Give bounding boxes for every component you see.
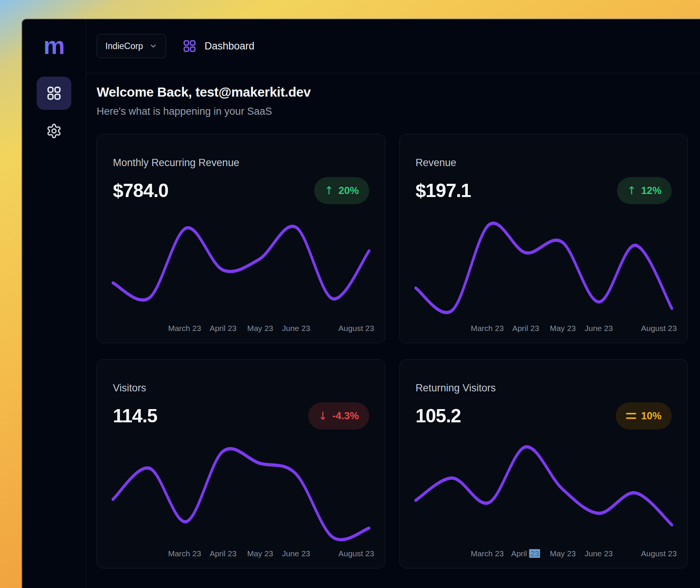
- trend-value: -4.3%: [332, 410, 359, 422]
- x-axis-labels: March 23April 23May 23June 23August 23: [113, 549, 369, 559]
- trend-badge: ↓-4.3%: [308, 402, 369, 429]
- main-area: IndieCorp Dashboard Welcome Back, test@m…: [86, 19, 700, 588]
- trend-value: 20%: [338, 185, 359, 197]
- x-axis-tick: June 23: [584, 324, 613, 333]
- trend-badge: ↑12%: [617, 177, 672, 204]
- x-axis-tick: August 23: [641, 324, 677, 333]
- sparkline-chart: [113, 213, 369, 320]
- value-row: 105.210%: [416, 402, 672, 429]
- x-axis-tick: March 23: [168, 324, 201, 333]
- arrow-down-icon: ↓: [318, 409, 327, 422]
- sidebar-item-dashboard[interactable]: [37, 77, 71, 110]
- metric-cards-grid: Monthly Recurring Revenue$784.0↑20%March…: [97, 134, 688, 568]
- x-axis-tick: March 23: [471, 324, 504, 333]
- trend-value: 12%: [641, 185, 661, 197]
- equals-icon: [626, 413, 636, 419]
- value-row: $784.0↑20%: [113, 177, 369, 204]
- x-axis-tick: March 23: [168, 549, 201, 558]
- x-axis-labels: March 23April 23May 23June 23August 23: [416, 549, 672, 559]
- x-axis-tick: August 23: [338, 549, 374, 558]
- topbar: IndieCorp Dashboard: [86, 19, 700, 73]
- metric-value: $197.1: [416, 180, 471, 202]
- card-title: Monthly Recurring Revenue: [113, 157, 369, 169]
- x-axis-tick: August 23: [641, 549, 677, 558]
- sparkline-chart: [416, 213, 672, 320]
- metric-card-monthly-recurring-revenue: Monthly Recurring Revenue$784.0↑20%March…: [97, 134, 385, 343]
- org-name: IndieCorp: [105, 41, 143, 51]
- sidebar: m: [22, 19, 86, 588]
- x-axis-tick: April 23: [210, 549, 236, 558]
- card-title: Visitors: [113, 382, 369, 394]
- x-axis-tick: May 23: [247, 549, 273, 558]
- arrow-up-icon: ↑: [324, 184, 333, 197]
- x-axis-tick: June 23: [282, 324, 310, 333]
- breadcrumb: Dashboard: [182, 38, 254, 54]
- metric-card-returning-visitors: Returning Visitors105.210%March 23April …: [399, 359, 688, 568]
- x-axis-tick: April 23: [511, 549, 540, 558]
- x-axis-tick: August 23: [338, 324, 374, 333]
- org-selector-button[interactable]: IndieCorp: [97, 34, 166, 58]
- trend-badge: ↑20%: [314, 177, 369, 204]
- metric-value: 105.2: [416, 405, 461, 427]
- welcome-heading: Welcome Back, test@makerkit.dev: [97, 85, 688, 100]
- trend-badge: 10%: [616, 402, 672, 429]
- x-axis-tick: May 23: [247, 324, 273, 333]
- sparkline-chart: [113, 439, 369, 545]
- app-window: m IndieCorp: [22, 18, 700, 588]
- sparkline-chart: [416, 439, 672, 545]
- metric-value: 114.5: [113, 405, 157, 427]
- x-axis-labels: March 23April 23May 23June 23August 23: [416, 324, 672, 334]
- metric-value: $784.0: [113, 180, 168, 202]
- x-axis-tick: May 23: [550, 324, 576, 333]
- metric-card-revenue: Revenue$197.1↑12%March 23April 23May 23J…: [399, 134, 688, 343]
- value-row: 114.5↓-4.3%: [113, 402, 369, 429]
- x-axis-tick: April 23: [512, 324, 539, 333]
- x-axis-tick: March 23: [471, 549, 504, 558]
- trend-value: 10%: [641, 410, 661, 422]
- metric-card-visitors: Visitors114.5↓-4.3%March 23April 23May 2…: [97, 359, 385, 568]
- page-title: Dashboard: [205, 40, 254, 52]
- x-axis-labels: March 23April 23May 23June 23August 23: [113, 324, 369, 334]
- grid-icon: [46, 85, 62, 102]
- makerkit-logo: m: [43, 34, 65, 58]
- dashboard-content: Welcome Back, test@makerkit.dev Here's w…: [86, 73, 700, 588]
- gear-icon: [46, 123, 62, 139]
- welcome-subheading: Here's what is happening in your SaaS: [97, 106, 688, 117]
- value-row: $197.1↑12%: [416, 177, 672, 204]
- x-axis-tick: May 23: [550, 549, 576, 558]
- x-axis-tick: June 23: [282, 549, 310, 558]
- card-title: Returning Visitors: [416, 382, 672, 394]
- selected-text: 23: [529, 549, 540, 558]
- dashboard-grid-icon: [182, 38, 197, 54]
- sidebar-item-settings[interactable]: [43, 120, 65, 142]
- x-axis-tick: April 23: [210, 324, 236, 333]
- card-title: Revenue: [416, 157, 672, 169]
- chevron-down-icon: [149, 42, 157, 50]
- x-axis-tick: June 23: [584, 549, 613, 558]
- arrow-up-icon: ↑: [627, 184, 636, 197]
